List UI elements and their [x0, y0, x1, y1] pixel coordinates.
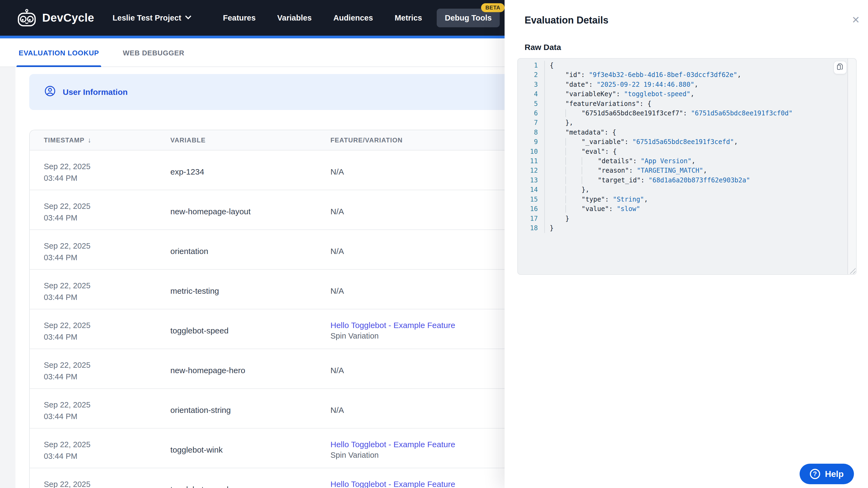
timestamp-date: Sep 22, 2025 — [44, 280, 170, 292]
timestamp-time: 03:44 PM — [44, 212, 170, 224]
line-content: } — [545, 214, 569, 224]
raw-data-code-block[interactable]: 1{2 "id": "9f3e4b32-6ebb-4d16-8bef-03dcc… — [517, 58, 857, 275]
code-line: 1{ — [518, 61, 856, 70]
nav-item-features[interactable]: Features — [223, 13, 255, 23]
line-content: "variableKey": "togglebot-speed", — [545, 90, 694, 99]
tab-web-debugger[interactable]: WEB DEBUGGER — [121, 49, 187, 66]
feature-cell: N/A — [331, 203, 519, 217]
variable-cell: metric-testing — [170, 283, 331, 296]
timestamp-cell: Sep 22, 202503:44 PM — [30, 434, 170, 462]
line-content: "6751d5a65bdc8ee191f3cef7": "6751d5a65bd… — [545, 109, 793, 118]
column-header-feature-variation[interactable]: FEATURE/VARIATION — [331, 136, 519, 144]
code-line: 11 "details": "App Version", — [518, 157, 856, 166]
code-line: 18} — [518, 224, 856, 233]
nav-item-debug-tools[interactable]: Debug Tools BETA — [437, 9, 500, 27]
nav-item-audiences[interactable]: Audiences — [333, 13, 373, 23]
line-number: 16 — [518, 204, 545, 214]
feature-na: N/A — [331, 405, 344, 415]
line-number: 17 — [518, 214, 545, 224]
line-number: 6 — [518, 109, 545, 118]
line-number: 1 — [518, 61, 545, 70]
timestamp-date: Sep 22, 2025 — [44, 161, 170, 172]
variable-cell: togglebot-wink — [170, 442, 331, 455]
left-gutter — [0, 67, 16, 488]
feature-na: N/A — [331, 247, 344, 256]
table-body: Sep 22, 202503:44 PMexp-1234N/ASep 22, 2… — [30, 151, 519, 488]
indent-guide — [582, 167, 598, 174]
line-number: 12 — [518, 166, 545, 175]
feature-na: N/A — [331, 207, 344, 216]
tab-evaluation-lookup[interactable]: EVALUATION LOOKUP — [17, 49, 101, 66]
feature-link[interactable]: Hello Togglebot - Example Feature — [331, 480, 519, 488]
feature-cell: N/A — [331, 243, 519, 256]
variable-cell: new-homepage-layout — [170, 204, 331, 216]
project-selector[interactable]: Leslie Test Project — [113, 13, 190, 23]
sort-desc-icon[interactable]: ↓ — [88, 136, 91, 144]
feature-link[interactable]: Hello Togglebot - Example Feature — [331, 321, 519, 330]
close-icon[interactable]: ✕ — [852, 15, 860, 25]
table-row: Sep 22, 202503:44 PMtogglebot-speedHello… — [30, 310, 519, 349]
devcycle-robot-icon — [17, 9, 37, 27]
timestamp-cell: Sep 22, 202503:44 PM — [30, 474, 170, 488]
code-line: 4 "variableKey": "togglebot-speed", — [518, 90, 856, 99]
table-row: Sep 22, 202503:44 PMtogglebot-speedHello… — [30, 468, 519, 488]
panel-title: Evaluation Details — [525, 14, 609, 26]
chevron-down-icon — [185, 13, 191, 20]
devcycle-logo[interactable]: DevCycle — [17, 9, 94, 27]
line-number: 13 — [518, 176, 545, 185]
resize-grip[interactable] — [849, 267, 856, 274]
line-content: "value": "slow" — [545, 204, 640, 214]
line-number: 14 — [518, 185, 545, 195]
table-row: Sep 22, 202503:44 PMmetric-testingN/A — [30, 270, 519, 310]
feature-na: N/A — [331, 167, 344, 176]
table-row: Sep 22, 202503:44 PMtogglebot-winkHello … — [30, 428, 519, 468]
nav-item-metrics[interactable]: Metrics — [395, 13, 422, 23]
table-header: TIMESTAMP↓VARIABLEFEATURE/VARIATION — [30, 130, 519, 151]
app-root: DevCycle Leslie Test Project FeaturesVar… — [0, 0, 868, 488]
line-content: "target_id": "68d1a6a20b873ff62e903b2a" — [545, 176, 750, 185]
line-content: "id": "9f3e4b32-6ebb-4d16-8bef-03dccf3df… — [545, 70, 741, 80]
code-line: 13 "target_id": "68d1a6a20b873ff62e903b2… — [518, 176, 856, 185]
evaluation-details-panel: Evaluation Details ✕ Raw Data 1{2 "id": … — [504, 0, 868, 488]
table-row: Sep 22, 202503:44 PMnew-homepage-heroN/A — [30, 349, 519, 389]
help-button[interactable]: ? Help — [800, 464, 854, 484]
timestamp-date: Sep 22, 2025 — [44, 320, 170, 331]
code-scrollbar[interactable] — [847, 59, 856, 274]
column-header-variable[interactable]: VARIABLE — [170, 136, 331, 144]
line-content: "featureVariations": { — [545, 99, 651, 109]
user-information-banner[interactable]: User Information — [29, 74, 519, 110]
banner-title: User Information — [63, 88, 128, 97]
code-line: 15 "type": "String", — [518, 195, 856, 204]
column-header-timestamp[interactable]: TIMESTAMP↓ — [30, 136, 170, 144]
feature-cell: Hello Togglebot - Example FeatureSpin Va… — [331, 437, 519, 460]
timestamp-cell: Sep 22, 202503:44 PM — [30, 275, 170, 303]
indent-guide — [565, 196, 582, 203]
timestamp-time: 03:44 PM — [44, 371, 170, 383]
nav-item-variables[interactable]: Variables — [277, 13, 311, 23]
indent-guide — [565, 205, 582, 213]
copy-button[interactable] — [833, 61, 847, 74]
nav-items: FeaturesVariablesAudiencesMetrics — [201, 13, 422, 23]
timestamp-time: 03:44 PM — [44, 252, 170, 263]
line-number: 2 — [518, 70, 545, 80]
timestamp-time: 03:44 PM — [44, 172, 170, 184]
feature-na: N/A — [331, 366, 344, 375]
feature-cell: N/A — [331, 402, 519, 415]
line-number: 18 — [518, 224, 545, 233]
code-line: 12 "reason": "TARGETING_MATCH", — [518, 166, 856, 175]
feature-link[interactable]: Hello Togglebot - Example Feature — [331, 440, 519, 449]
line-number: 3 — [518, 80, 545, 90]
beta-badge: BETA — [481, 3, 504, 12]
timestamp-time: 03:44 PM — [44, 292, 170, 303]
feature-cell: N/A — [331, 283, 519, 296]
variable-cell: exp-1234 — [170, 164, 331, 176]
table-row: Sep 22, 202503:44 PMorientation-stringN/… — [30, 389, 519, 428]
code-line: 9 "_variable": "6751d5a65bdc8ee191f3cefd… — [518, 137, 856, 147]
line-content: "date": "2025-09-22 19:44:46.880", — [545, 80, 698, 90]
line-content: { — [545, 61, 554, 70]
variable-cell: togglebot-speed — [170, 482, 331, 488]
debug-tools-label: Debug Tools — [445, 13, 492, 22]
timestamp-cell: Sep 22, 202503:44 PM — [30, 196, 170, 224]
code-line: 5 "featureVariations": { — [518, 99, 856, 109]
indent-guide — [565, 186, 582, 193]
